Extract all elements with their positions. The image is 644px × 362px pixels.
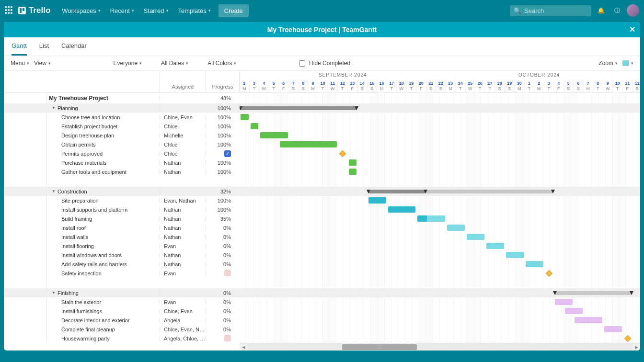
- task-assigned: Nathan: [160, 169, 206, 175]
- day-col: 17T: [387, 79, 397, 92]
- day-col: 2M: [240, 79, 250, 92]
- task-bar[interactable]: [506, 252, 524, 258]
- milestone-checkbox[interactable]: [224, 270, 231, 276]
- task-name[interactable]: Permits approved: [4, 151, 160, 157]
- nav-templates[interactable]: Templates▾: [173, 4, 216, 17]
- task-bar[interactable]: [349, 159, 357, 166]
- day-col: 10T: [318, 79, 328, 92]
- summary-bar[interactable]: [555, 291, 632, 295]
- task-name[interactable]: Design treehouse plan: [4, 133, 160, 138]
- hide-completed-checkbox[interactable]: Hide Completed: [299, 60, 350, 67]
- task-name[interactable]: Decorate interior and exterior: [4, 317, 160, 323]
- task-name[interactable]: Install windows and doors: [4, 252, 160, 258]
- task-bar[interactable]: [486, 243, 504, 249]
- task-name[interactable]: Choose tree and location: [4, 114, 160, 120]
- task-name[interactable]: Obtain permits: [4, 142, 160, 147]
- task-bar[interactable]: [260, 132, 288, 138]
- filter-all-colors[interactable]: All Colors▾: [207, 60, 236, 67]
- scroll-right-icon[interactable]: ▶: [632, 345, 640, 350]
- task-assigned: Evan: [160, 271, 206, 276]
- view-button[interactable]: View▾: [34, 60, 51, 67]
- task-name[interactable]: Install flooring: [4, 243, 160, 249]
- milestone-diamond[interactable]: [545, 270, 552, 276]
- task-bar[interactable]: [555, 299, 573, 305]
- task-name[interactable]: Gather tools and equipment: [4, 169, 160, 175]
- task-assigned: Chloe: [160, 142, 206, 147]
- menu-button[interactable]: Menu▾: [11, 60, 29, 67]
- scroll-left-icon[interactable]: ◀: [240, 345, 247, 350]
- task-bar[interactable]: [526, 261, 543, 267]
- day-col: 5T: [269, 79, 279, 92]
- task-bar[interactable]: [349, 169, 357, 175]
- task-bar[interactable]: [575, 317, 602, 323]
- task-bar[interactable]: [251, 123, 259, 129]
- task-name[interactable]: Complete final cleanup: [4, 327, 160, 332]
- task-name[interactable]: Install furnishings: [4, 308, 160, 314]
- search-input[interactable]: 🔍Search: [510, 5, 591, 16]
- task-bar[interactable]: [388, 206, 416, 213]
- task-name[interactable]: Install supports and platform: [4, 207, 160, 213]
- horizontal-scrollbar[interactable]: ◀ ▶: [240, 343, 640, 351]
- task-bar[interactable]: [447, 225, 465, 231]
- task-name[interactable]: Purchase materials: [4, 160, 160, 166]
- create-button[interactable]: Create: [218, 4, 249, 17]
- task-progress: 100%: [206, 160, 240, 166]
- task-name[interactable]: Install walls: [4, 234, 160, 240]
- task-progress: 0%: [206, 261, 240, 267]
- day-col: 24T: [456, 79, 466, 92]
- filter-all-dates[interactable]: All Dates▾: [161, 60, 188, 67]
- apps-icon[interactable]: [5, 6, 13, 15]
- day-col: 26T: [475, 79, 485, 92]
- task-name[interactable]: Install roof: [4, 225, 160, 231]
- filter-everyone[interactable]: Everyone▾: [113, 60, 142, 67]
- trello-logo[interactable]: Trello: [18, 6, 50, 15]
- tab-gantt[interactable]: Gantt: [12, 42, 27, 56]
- task-bar[interactable]: [467, 234, 484, 240]
- project-name[interactable]: My Treehouse Project: [4, 95, 160, 102]
- task-assigned: Angela: [160, 317, 206, 323]
- zoom-button[interactable]: Zoom▾: [598, 60, 618, 67]
- nav-starred[interactable]: Starred▾: [139, 4, 173, 17]
- notifications-icon[interactable]: 🔔: [594, 4, 608, 17]
- color-picker[interactable]: ▾: [622, 60, 633, 66]
- task-name[interactable]: Site preparation: [4, 198, 160, 204]
- milestone-diamond[interactable]: [624, 335, 631, 341]
- task-progress: ✓: [206, 150, 240, 157]
- task-progress: 0%: [206, 317, 240, 323]
- task-bar[interactable]: [417, 215, 445, 222]
- task-name[interactable]: Safety inspection: [4, 271, 160, 276]
- close-icon[interactable]: ✕: [629, 25, 635, 34]
- group-row[interactable]: ▼Finishing: [4, 290, 160, 296]
- task-assigned: Nathan: [160, 216, 206, 222]
- task-name[interactable]: Add safety rails and barriers: [4, 261, 160, 267]
- board-title-bar: My Treehouse Project | TeamGantt ✕: [4, 22, 640, 37]
- task-name[interactable]: Housewarming party: [4, 336, 160, 341]
- task-bar[interactable]: [565, 308, 583, 314]
- scroll-thumb[interactable]: [342, 344, 417, 350]
- group-row[interactable]: ▼Planning: [4, 105, 160, 111]
- task-name[interactable]: Build framing: [4, 216, 160, 222]
- task-name[interactable]: Stain the exterior: [4, 299, 160, 305]
- day-col: 11W: [328, 79, 338, 92]
- tab-calendar[interactable]: Calendar: [61, 42, 87, 56]
- task-bar[interactable]: [368, 197, 386, 204]
- help-icon[interactable]: ⓘ: [610, 4, 624, 17]
- task-bar[interactable]: [241, 114, 249, 120]
- tab-list[interactable]: List: [39, 42, 49, 56]
- nav-workspaces[interactable]: Workspaces▾: [57, 4, 105, 17]
- task-assigned: Nathan: [160, 234, 206, 240]
- nav-recent[interactable]: Recent▾: [105, 4, 139, 17]
- task-progress: 100%: [206, 207, 240, 213]
- day-col: 8T: [593, 79, 603, 92]
- milestone-checkbox[interactable]: ✓: [224, 150, 231, 157]
- task-bar[interactable]: [604, 326, 622, 332]
- day-col: 12T: [338, 79, 348, 92]
- task-assigned: Evan: [160, 299, 206, 305]
- milestone-checkbox[interactable]: [224, 335, 231, 341]
- group-row[interactable]: ▼Construction: [4, 189, 160, 194]
- project-progress: 48%: [206, 95, 240, 101]
- milestone-diamond[interactable]: [339, 150, 346, 157]
- task-name[interactable]: Establish project budget: [4, 124, 160, 129]
- avatar[interactable]: [627, 4, 639, 17]
- task-bar[interactable]: [280, 141, 337, 147]
